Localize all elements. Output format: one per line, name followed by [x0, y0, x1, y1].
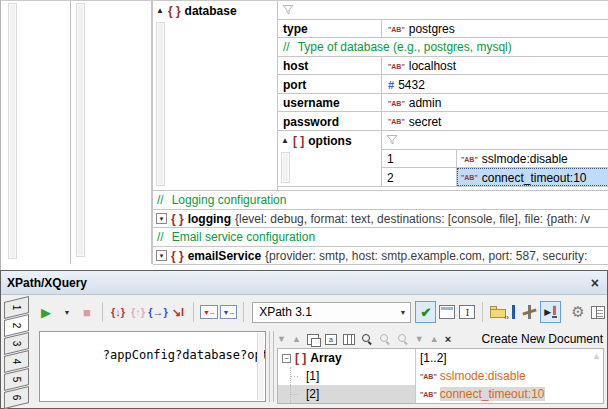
columns-icon[interactable]: [343, 334, 355, 345]
expand-all-icon[interactable]: ▲: [430, 334, 439, 344]
collapse-all-icon[interactable]: ▼: [415, 334, 424, 344]
field-row: type "AB" postgres: [278, 20, 608, 38]
field-value-cell[interactable]: "AB" localhost: [382, 57, 608, 74]
array-index-cell[interactable]: 1: [382, 150, 457, 167]
comment-slashes: //: [157, 193, 164, 207]
field-value-cell[interactable]: "AB" admin: [382, 94, 608, 111]
clear-results-icon[interactable]: ×: [445, 333, 451, 345]
open-file-button[interactable]: ‹›: [489, 301, 507, 323]
comment-row[interactable]: // Logging configuration: [153, 191, 608, 210]
result-root-label: Array: [310, 351, 341, 365]
layout-button[interactable]: [589, 301, 607, 323]
field-value-cell[interactable]: "AB" postgres: [382, 20, 608, 37]
field-row: port # 5432: [278, 75, 608, 94]
field-name-cell[interactable]: type: [278, 20, 382, 37]
next-result-icon[interactable]: ▲: [292, 334, 301, 344]
collapse-icon[interactable]: ▲: [156, 7, 164, 15]
field-name-cell[interactable]: host: [278, 57, 382, 74]
tracepoint-icon[interactable]: ▼--: [220, 305, 238, 319]
play-dropdown-icon[interactable]: ▼: [58, 301, 76, 323]
filter-icon[interactable]: [386, 134, 398, 146]
search-next-icon[interactable]: [397, 333, 409, 345]
text-cursor-button[interactable]: I: [458, 301, 476, 323]
window-icon: [439, 305, 455, 319]
search-icon[interactable]: [361, 333, 373, 345]
breakpoint-icon[interactable]: ▼--: [200, 305, 218, 319]
expand-icon[interactable]: ▼: [156, 213, 167, 224]
chevron-down-icon: ▼: [399, 309, 406, 316]
result-item-row[interactable]: [1] "AB" sslmode:disable: [278, 367, 603, 385]
vertical-scrollbar[interactable]: [281, 152, 290, 183]
array-item-row: 1 "AB" sslmode:disable: [382, 150, 608, 168]
scroll-up-icon[interactable]: ▲: [592, 351, 601, 361]
xpath-query-editor[interactable]: ?appConfig?database?options: [39, 331, 266, 402]
vertical-scrollbar[interactable]: [8, 3, 17, 259]
logging-row[interactable]: ▼ { } logging {level: debug, format: tex…: [153, 210, 608, 228]
play-small-icon: ▶: [544, 307, 551, 317]
collapse-icon[interactable]: ▲: [281, 137, 289, 145]
array-index-cell[interactable]: 2: [382, 168, 457, 186]
object-brace-icon: { }: [168, 4, 181, 18]
array-item-value: connect_timeout:10: [482, 171, 587, 185]
new-document-icon[interactable]: [307, 334, 319, 345]
panel-title: XPath/XQuery: [7, 276, 87, 290]
create-new-document-button[interactable]: Create New Document: [482, 332, 603, 346]
tree-collapse-icon[interactable]: −: [282, 354, 291, 363]
xpath-toolbar: ▶ ▼ ■ {↓} {↑} {→} ↘I ▼-- ▼-- XPath 3.1 ▼…: [37, 297, 607, 327]
field-name-cell[interactable]: port: [278, 75, 382, 93]
xpath-query-text: ?appConfig?database?options: [103, 348, 266, 362]
tab-6[interactable]: 6: [4, 389, 29, 406]
tools-button[interactable]: [520, 301, 538, 323]
comment-row[interactable]: // Type of database (e.g., postgres, mys…: [278, 38, 608, 57]
database-subgrid: type "AB" postgres // Type of database (…: [277, 1, 608, 190]
search-prev-icon[interactable]: [379, 333, 391, 345]
validate-toggle-active[interactable]: ✔: [415, 301, 436, 323]
gear-icon: ⚙: [571, 303, 584, 321]
options-name-cell[interactable]: ▲ [ ] options: [278, 131, 382, 186]
close-icon[interactable]: ×: [591, 276, 599, 290]
database-name-cell[interactable]: ▲ { } database: [153, 1, 277, 190]
array-value-cell-selected[interactable]: "AB" connect_timeout:10: [457, 168, 608, 186]
field-row: username "AB" admin: [278, 94, 608, 112]
evaluate-play-button[interactable]: ▶: [37, 301, 55, 323]
prev-result-icon[interactable]: ▼: [277, 334, 286, 344]
filter-row[interactable]: [278, 1, 608, 20]
field-name-cell[interactable]: username: [278, 94, 382, 111]
database-row: ▲ { } database type ": [153, 1, 608, 191]
editor-scrollbar[interactable]: [257, 333, 264, 400]
xpath-version-select[interactable]: XPath 3.1 ▼: [252, 302, 411, 323]
field-value: secret: [409, 115, 442, 129]
property-name[interactable]: logging: [188, 212, 231, 226]
result-item-row-selected[interactable]: [2] "AB" connect_timeout:10: [278, 385, 603, 403]
goto-cursor-icon[interactable]: ↘I: [169, 301, 187, 323]
email-service-row[interactable]: ▼ { } emailService {provider: smtp, host…: [153, 247, 608, 265]
result-root-row[interactable]: − [ ] Array [1..2]: [278, 349, 603, 367]
comment-row[interactable]: // Email service configuration: [153, 228, 608, 247]
property-name[interactable]: emailService: [188, 249, 261, 263]
step-into-icon[interactable]: {↑}: [129, 301, 147, 323]
step-out-icon[interactable]: {→}: [149, 301, 167, 323]
property-name[interactable]: database: [185, 4, 237, 18]
vertical-scrollbar[interactable]: [156, 22, 165, 186]
field-value-cell[interactable]: "AB" secret: [382, 112, 608, 130]
copy-result-icon[interactable]: a: [325, 334, 337, 345]
pane-splitter[interactable]: [269, 331, 274, 402]
ibeam-icon: I: [459, 305, 475, 319]
array-value-cell[interactable]: "AB" sslmode:disable: [457, 150, 608, 167]
start-debugger-icon[interactable]: {↓}: [109, 301, 127, 323]
filter-icon[interactable]: [282, 4, 294, 16]
expand-icon[interactable]: ▼: [156, 250, 167, 261]
vertical-scrollbar[interactable]: [76, 3, 85, 257]
property-name[interactable]: options: [308, 134, 351, 148]
cursor-bar-icon: [512, 305, 515, 319]
show-window-button[interactable]: [438, 301, 456, 323]
field-name-cell[interactable]: password: [278, 112, 382, 130]
evaluate-on-typing-toggle-active[interactable]: ▶ ∥: [540, 301, 561, 323]
field-value-cell[interactable]: # 5432: [382, 75, 608, 93]
object-preview: {provider: smtp, host: smtp.example.com,…: [265, 249, 587, 263]
string-type-icon: "AB": [388, 63, 405, 70]
settings-button[interactable]: ⚙: [569, 301, 587, 323]
stop-button[interactable]: ■: [78, 301, 96, 323]
string-type-icon: "AB": [461, 174, 478, 181]
filter-row[interactable]: [382, 131, 608, 150]
